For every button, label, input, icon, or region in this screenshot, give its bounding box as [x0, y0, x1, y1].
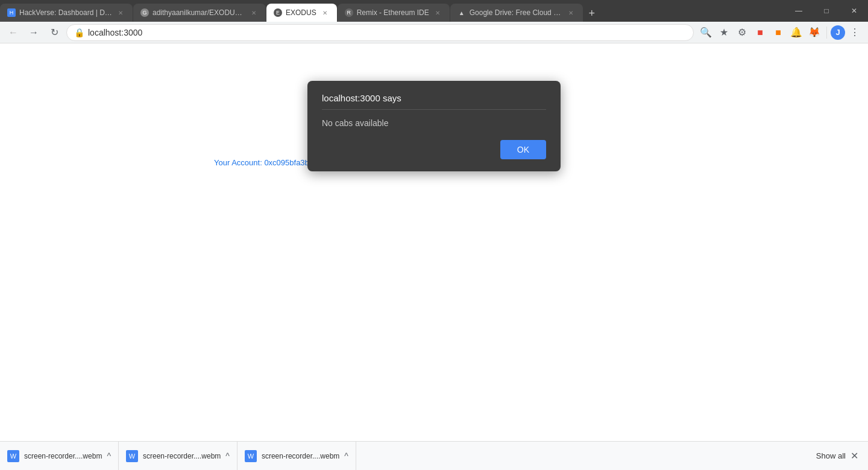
download-name-2: screen-recorder....webm	[143, 452, 221, 460]
minimize-button[interactable]: —	[785, 0, 813, 22]
new-tab-button[interactable]: +	[583, 5, 600, 22]
browser-frame: H HackVerse: Dashboard | Devfolio ✕ G ad…	[0, 0, 868, 470]
dialog-message: No cabs available	[322, 116, 546, 128]
forward-button[interactable]: →	[25, 24, 42, 41]
toolbar-divider	[826, 27, 827, 39]
tab-remix-favicon: R	[345, 8, 353, 17]
tab-hackverse-title: HackVerse: Dashboard | Devfolio	[19, 8, 112, 17]
dialog-title: localhost:3000 says	[322, 93, 546, 103]
downloads-close-button[interactable]: ✕	[851, 450, 858, 462]
tab-exodus-repo[interactable]: G adithyaanilkumar/EXODUS: A Blo ✕	[133, 4, 266, 22]
close-button[interactable]: ✕	[840, 0, 868, 22]
tab-exodus-close[interactable]: ✕	[320, 8, 330, 17]
dialog-divider	[322, 109, 546, 110]
back-button[interactable]: ←	[5, 24, 22, 41]
tab-gdrive-favicon: ▲	[458, 8, 466, 17]
download-name-3: screen-recorder....webm	[262, 452, 339, 460]
extension-icon-1[interactable]: ■	[752, 24, 769, 41]
profile-avatar[interactable]: J	[831, 25, 845, 40]
download-chevron-1[interactable]: ^	[107, 451, 111, 461]
download-item-2: W screen-recorder....webm ^	[119, 442, 237, 470]
tab-exodus-repo-title: adithyaanilkumar/EXODUS: A Blo	[153, 8, 245, 17]
tab-hackverse-close[interactable]: ✕	[116, 8, 125, 17]
lock-icon: 🔒	[74, 28, 84, 37]
settings-icon[interactable]: ⚙	[734, 24, 750, 41]
download-info-3: screen-recorder....webm	[262, 452, 339, 460]
content-area: Your Account: 0xc095bfa3bf19d0f53a811cb1…	[0, 43, 868, 470]
tab-gdrive[interactable]: ▲ Google Drive: Free Cloud Storage ✕	[450, 4, 583, 22]
bookmark-icon[interactable]: ★	[715, 24, 732, 41]
tab-remix[interactable]: R Remix - Ethereum IDE ✕	[338, 4, 450, 22]
tab-exodus-repo-favicon: G	[140, 8, 149, 17]
show-all-button[interactable]: Show all	[816, 451, 846, 460]
tab-remix-close[interactable]: ✕	[433, 8, 442, 17]
title-bar: H HackVerse: Dashboard | Devfolio ✕ G ad…	[0, 0, 868, 22]
toolbar-icons: 🔍 ★ ⚙ ■ ■ 🔔 🦊 J ⋮	[697, 24, 863, 41]
download-chevron-3[interactable]: ^	[344, 451, 348, 461]
tabs-area: H HackVerse: Dashboard | Devfolio ✕ G ad…	[0, 0, 785, 22]
reload-button[interactable]: ↻	[46, 24, 63, 41]
download-icon-2: W	[126, 450, 138, 462]
dialog-footer: OK	[322, 140, 546, 159]
url-text: localhost:3000	[88, 28, 686, 37]
extension-icon-2[interactable]: ■	[770, 24, 787, 41]
tab-remix-title: Remix - Ethereum IDE	[357, 8, 429, 17]
tab-exodus-title: EXODUS	[286, 8, 316, 17]
download-icon-3: W	[245, 450, 257, 462]
maximize-button[interactable]: □	[813, 0, 840, 22]
search-icon[interactable]: 🔍	[697, 24, 714, 41]
notification-icon[interactable]: 🔔	[788, 24, 805, 41]
download-item-1: W screen-recorder....webm ^	[0, 442, 119, 470]
tab-hackverse-favicon: H	[7, 8, 16, 17]
extension-icon-3[interactable]: 🦊	[806, 24, 823, 41]
ok-button[interactable]: OK	[500, 140, 546, 159]
download-info-1: screen-recorder....webm	[24, 452, 102, 460]
address-bar: ← → ↻ 🔒 localhost:3000 🔍 ★ ⚙ ■ ■ 🔔 🦊 J ⋮	[0, 22, 868, 43]
tab-exodus-favicon: E	[274, 8, 282, 17]
download-name-1: screen-recorder....webm	[24, 452, 102, 460]
tab-hackverse[interactable]: H HackVerse: Dashboard | Devfolio ✕	[0, 4, 133, 22]
download-chevron-2[interactable]: ^	[225, 451, 230, 461]
alert-dialog: localhost:3000 says No cabs available OK	[307, 81, 561, 171]
menu-icon[interactable]: ⋮	[846, 24, 863, 41]
downloads-bar: W screen-recorder....webm ^ W screen-rec…	[0, 441, 868, 470]
download-item-3: W screen-recorder....webm ^	[237, 442, 356, 470]
tab-gdrive-close[interactable]: ✕	[566, 8, 576, 17]
download-icon-1: W	[7, 450, 19, 462]
downloads-show-all-area: Show all ✕	[807, 450, 868, 462]
dialog-overlay: localhost:3000 says No cabs available OK	[0, 43, 868, 470]
window-controls: — □ ✕	[785, 0, 868, 22]
download-info-2: screen-recorder....webm	[143, 452, 221, 460]
tab-gdrive-title: Google Drive: Free Cloud Storage	[470, 8, 562, 17]
url-bar[interactable]: 🔒 localhost:3000	[66, 24, 694, 41]
tab-exodus[interactable]: E EXODUS ✕	[266, 4, 337, 22]
tab-exodus-repo-close[interactable]: ✕	[249, 8, 259, 17]
